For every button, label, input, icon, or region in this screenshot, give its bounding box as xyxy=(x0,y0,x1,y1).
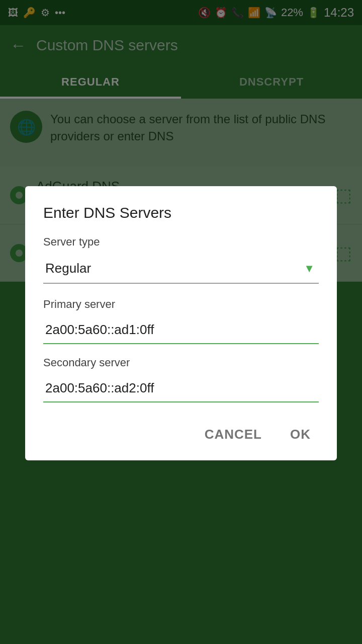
dialog-actions: CANCEL OK xyxy=(43,421,319,448)
primary-server-input[interactable] xyxy=(43,316,319,344)
server-type-dropdown-wrapper: RegularDNSCrypt ▼ xyxy=(43,254,319,284)
secondary-server-group: Secondary server xyxy=(43,356,319,403)
server-type-label: Server type xyxy=(43,235,319,249)
primary-server-label: Primary server xyxy=(43,298,319,311)
server-type-dropdown[interactable]: RegularDNSCrypt xyxy=(43,254,319,284)
ok-button[interactable]: OK xyxy=(282,421,319,448)
primary-server-group: Primary server xyxy=(43,298,319,344)
dialog-title: Enter DNS Servers xyxy=(43,204,319,221)
dns-dialog: Enter DNS Servers Server type RegularDNS… xyxy=(25,186,337,460)
cancel-button[interactable]: CANCEL xyxy=(197,421,270,448)
secondary-server-label: Secondary server xyxy=(43,356,319,369)
secondary-server-input[interactable] xyxy=(43,374,319,403)
